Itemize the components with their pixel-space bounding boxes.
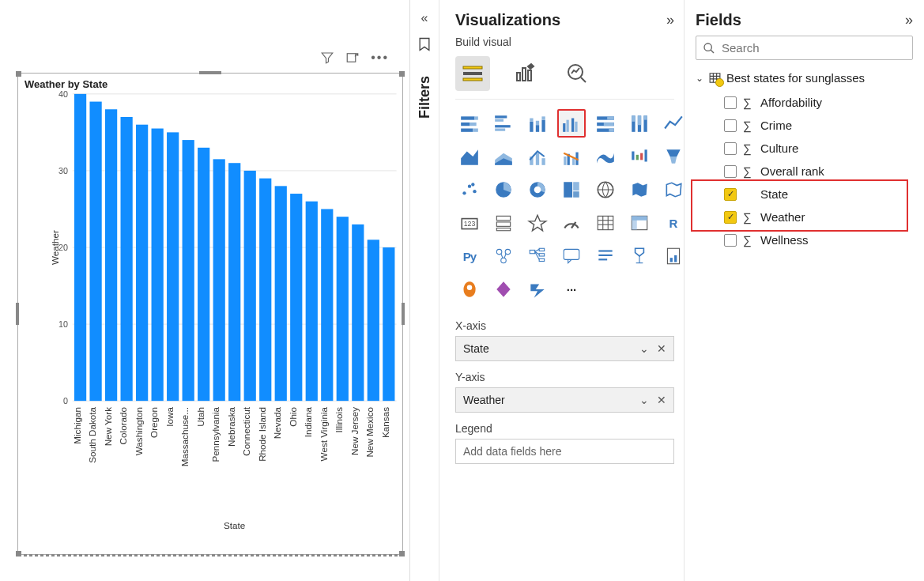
resize-handle[interactable] (16, 303, 19, 325)
legend-well[interactable]: Add data fields here (455, 439, 674, 464)
matrix-icon[interactable] (625, 209, 654, 237)
treemap-icon[interactable] (557, 175, 586, 204)
field-label: Affordability (760, 96, 822, 109)
svg-rect-57 (463, 78, 482, 81)
more-options-icon[interactable]: ••• (371, 51, 389, 65)
chevron-down-icon[interactable]: ⌄ (639, 394, 649, 406)
fields-search[interactable] (696, 36, 913, 60)
search-icon (703, 42, 715, 55)
area-icon[interactable] (455, 142, 484, 171)
qna-icon[interactable] (557, 242, 586, 270)
powerapps-icon[interactable] (489, 275, 518, 304)
goals-icon[interactable] (625, 242, 654, 270)
format-visual-tab[interactable] (507, 56, 542, 91)
gauge-icon[interactable] (557, 209, 586, 237)
smart-narrative-icon[interactable] (591, 242, 620, 270)
resize-handle[interactable] (18, 554, 402, 556)
stacked-bar-icon[interactable] (455, 109, 484, 138)
filled-map-icon[interactable] (625, 175, 654, 204)
yaxis-well[interactable]: Weather ⌄✕ (455, 387, 674, 413)
analytics-tab[interactable] (560, 56, 594, 91)
key-influencers-icon[interactable] (489, 242, 518, 270)
focus-mode-icon[interactable] (345, 51, 360, 65)
table-node[interactable]: ⌄ Best states for sunglasses (696, 71, 913, 85)
clustered-bar-icon[interactable] (489, 109, 518, 138)
report-canvas[interactable]: ••• Weather by State 010203040MichiganSo… (0, 0, 409, 581)
svg-point-159 (704, 43, 711, 51)
fields-title: Fields (696, 11, 741, 29)
checkbox[interactable] (724, 119, 737, 132)
column-chart[interactable]: 010203040MichiganSouth DakotaNew YorkCol… (47, 89, 404, 532)
checkbox[interactable] (724, 188, 737, 201)
svg-rect-93 (643, 115, 647, 119)
azure-map-icon[interactable] (659, 175, 685, 204)
svg-rect-55 (463, 66, 482, 69)
remove-icon[interactable]: ✕ (657, 342, 666, 355)
svg-rect-72 (530, 122, 533, 132)
svg-text:Colorado: Colorado (118, 406, 128, 444)
scatter-icon[interactable] (455, 175, 484, 204)
decomposition-icon[interactable] (523, 242, 552, 270)
py-visual-icon[interactable]: Py (455, 242, 484, 270)
stacked-column-icon[interactable] (523, 109, 552, 138)
checkbox[interactable] (724, 234, 737, 247)
checkbox[interactable] (724, 96, 737, 109)
field-weather[interactable]: ∑Weather (696, 206, 913, 228)
clustered-column-icon[interactable] (557, 109, 586, 138)
funnel-icon[interactable] (659, 142, 685, 171)
waterfall-icon[interactable] (625, 142, 654, 171)
paginated-icon[interactable] (659, 242, 685, 270)
arcgis-icon[interactable] (455, 275, 484, 304)
svg-rect-89 (632, 115, 635, 122)
svg-text:Utah: Utah (195, 407, 206, 427)
visualizations-pane: Visualizations » Build visual 123RPy··· … (439, 0, 685, 581)
resize-handle[interactable] (399, 551, 405, 556)
collapse-fields-icon[interactable]: » (905, 12, 913, 28)
kpi-icon[interactable] (523, 209, 552, 237)
build-visual-tab[interactable] (455, 56, 490, 91)
collapse-viz-icon[interactable]: » (666, 12, 674, 28)
100-stacked-bar-icon[interactable] (591, 109, 620, 138)
field-state[interactable]: State (696, 183, 913, 206)
table-icon[interactable] (591, 209, 620, 237)
line-stacked-col-icon[interactable] (523, 142, 552, 171)
expand-filters-icon[interactable]: « (421, 11, 428, 25)
line-clustered-col-icon[interactable] (557, 142, 586, 171)
field-affordability[interactable]: ∑Affordability (696, 91, 913, 114)
pie-icon[interactable] (489, 175, 518, 204)
r-visual-icon[interactable]: R (659, 209, 685, 237)
field-overall-rank[interactable]: ∑Overall rank (696, 160, 913, 183)
svg-rect-15 (136, 125, 148, 401)
visual-frame[interactable]: Weather by State 010203040MichiganSouth … (17, 73, 403, 555)
checkbox[interactable] (724, 142, 737, 155)
remove-icon[interactable]: ✕ (657, 394, 666, 406)
field-wellness[interactable]: ∑Wellness (696, 228, 913, 251)
stacked-area-icon[interactable] (489, 142, 518, 171)
checkbox[interactable] (724, 211, 737, 224)
multi-row-card-icon[interactable] (489, 209, 518, 237)
field-culture[interactable]: ∑Culture (696, 137, 913, 160)
ribbon-icon[interactable] (591, 142, 620, 171)
bookmark-icon[interactable] (417, 36, 432, 52)
donut-icon[interactable] (523, 175, 552, 204)
field-crime[interactable]: ∑Crime (696, 114, 913, 137)
resize-handle[interactable] (16, 71, 21, 77)
svg-rect-125 (496, 228, 510, 231)
filter-icon[interactable] (320, 51, 334, 65)
svg-text:Pennsylvania: Pennsylvania (210, 406, 221, 462)
100-stacked-column-icon[interactable] (625, 109, 654, 138)
chevron-down-icon[interactable]: ⌄ (639, 342, 649, 355)
card-icon[interactable]: 123 (455, 209, 484, 237)
map-icon[interactable] (591, 175, 620, 204)
svg-rect-154 (667, 248, 679, 264)
resize-handle[interactable] (199, 71, 221, 74)
xaxis-well[interactable]: State ⌄✕ (455, 336, 674, 361)
svg-rect-19 (198, 148, 209, 401)
line-icon[interactable] (659, 109, 685, 138)
resize-handle[interactable] (16, 551, 21, 556)
power-automate-icon[interactable] (523, 275, 552, 304)
more-icon[interactable]: ··· (557, 275, 586, 304)
search-input[interactable] (722, 41, 906, 55)
checkbox[interactable] (724, 165, 737, 178)
resize-handle[interactable] (399, 71, 405, 77)
